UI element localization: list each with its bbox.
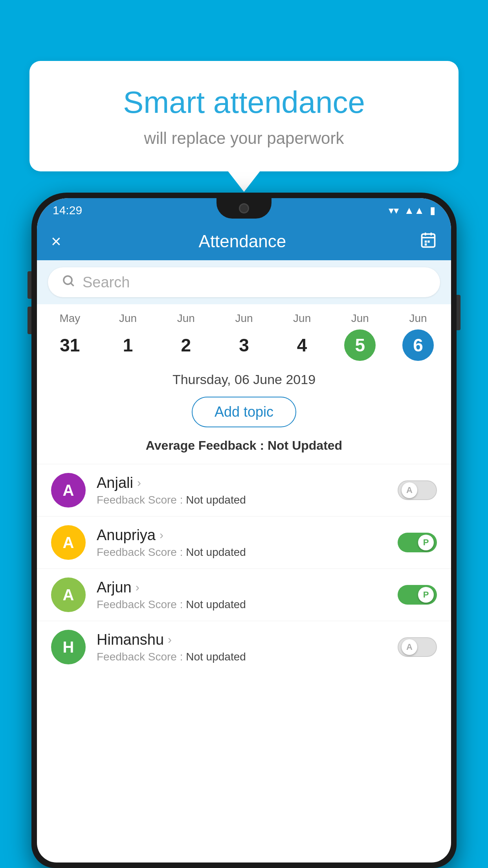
date-item-jun6[interactable]: Jun 6 xyxy=(399,312,437,361)
date-day-today: 5 xyxy=(344,329,376,361)
calendar-dates: May 31 Jun 1 Jun 2 Jun 3 Jun 4 xyxy=(41,312,447,361)
search-input[interactable]: Search xyxy=(83,274,130,291)
speech-subtitle: will replace your paperwork xyxy=(61,129,427,148)
speech-bubble-container: Smart attendance will replace your paper… xyxy=(29,61,459,171)
feedback-score: Feedback Score : Not updated xyxy=(97,546,387,559)
svg-rect-0 xyxy=(422,234,435,247)
svg-line-8 xyxy=(71,283,74,286)
avg-feedback-label: Average Feedback : xyxy=(146,438,264,452)
date-day: 3 xyxy=(228,329,260,361)
date-day: 31 xyxy=(54,329,86,361)
avatar: H xyxy=(51,630,86,664)
wifi-icon: ▾▾ xyxy=(389,204,399,217)
svg-rect-4 xyxy=(425,240,427,243)
student-info: Anjali › Feedback Score : Not updated xyxy=(97,474,387,506)
date-item-jun3[interactable]: Jun 3 xyxy=(225,312,263,361)
calendar-icon[interactable] xyxy=(420,231,437,252)
avatar: A xyxy=(51,473,86,508)
search-bar[interactable]: Search xyxy=(48,267,440,297)
svg-rect-5 xyxy=(427,240,430,243)
chevron-right-icon: › xyxy=(137,476,141,489)
chevron-right-icon: › xyxy=(136,581,139,594)
speech-bubble: Smart attendance will replace your paper… xyxy=(29,61,459,171)
student-info: Anupriya › Feedback Score : Not updated xyxy=(97,527,387,559)
avatar: A xyxy=(51,525,86,560)
chevron-right-icon: › xyxy=(160,528,163,542)
notch xyxy=(216,198,272,219)
student-name: Anjali › xyxy=(97,474,387,491)
date-item-jun5[interactable]: Jun 5 xyxy=(341,312,379,361)
student-list: A Anjali › Feedback Score : Not updated … xyxy=(37,464,451,673)
feedback-score: Feedback Score : Not updated xyxy=(97,494,387,506)
search-icon xyxy=(61,274,75,291)
status-icons: ▾▾ ▲▲ ▮ xyxy=(389,204,435,217)
selected-date: Thursday, 06 June 2019 xyxy=(51,372,437,387)
phone-screen: 14:29 ▾▾ ▲▲ ▮ × Attendance xyxy=(37,198,451,862)
student-name: Himanshu › xyxy=(97,631,387,648)
date-month: Jun xyxy=(351,312,369,325)
search-container: Search xyxy=(37,260,451,304)
attendance-toggle[interactable]: P xyxy=(398,533,437,552)
date-month: May xyxy=(59,312,80,325)
date-month: Jun xyxy=(293,312,311,325)
power-button xyxy=(457,295,460,330)
avg-feedback: Average Feedback : Not Updated xyxy=(51,438,437,453)
attendance-toggle[interactable]: A xyxy=(398,637,437,657)
volume-up-button xyxy=(28,271,31,299)
content-area: Thursday, 06 June 2019 Add topic Average… xyxy=(37,361,451,453)
date-day: 1 xyxy=(112,329,144,361)
attendance-toggle[interactable]: P xyxy=(398,585,437,605)
svg-point-7 xyxy=(64,276,72,284)
svg-rect-6 xyxy=(425,243,427,246)
avg-feedback-value: Not Updated xyxy=(268,438,342,452)
toggle-knob: P xyxy=(418,535,434,550)
app-bar-title: Attendance xyxy=(77,232,408,251)
date-month: Jun xyxy=(177,312,195,325)
volume-down-button xyxy=(28,307,31,334)
toggle-knob: A xyxy=(402,482,417,498)
battery-icon: ▮ xyxy=(430,204,435,217)
date-month: Jun xyxy=(235,312,253,325)
student-item[interactable]: H Himanshu › Feedback Score : Not update… xyxy=(37,621,451,673)
date-item-jun4[interactable]: Jun 4 xyxy=(283,312,321,361)
date-month: Jun xyxy=(409,312,427,325)
student-info: Himanshu › Feedback Score : Not updated xyxy=(97,631,387,663)
date-day: 4 xyxy=(286,329,318,361)
student-item[interactable]: A Arjun › Feedback Score : Not updated P xyxy=(37,568,451,621)
date-day: 2 xyxy=(170,329,202,361)
camera xyxy=(239,203,249,213)
date-day-selected: 6 xyxy=(402,329,434,361)
student-name: Anupriya › xyxy=(97,527,387,544)
student-name: Arjun › xyxy=(97,579,387,596)
feedback-score: Feedback Score : Not updated xyxy=(97,598,387,611)
close-button[interactable]: × xyxy=(51,233,61,250)
phone-frame: 14:29 ▾▾ ▲▲ ▮ × Attendance xyxy=(31,193,457,868)
toggle-knob: A xyxy=(402,639,417,655)
toggle-knob: P xyxy=(418,587,434,603)
date-item-may31[interactable]: May 31 xyxy=(51,312,89,361)
speech-title: Smart attendance xyxy=(61,85,427,120)
avatar: A xyxy=(51,577,86,612)
signal-icon: ▲▲ xyxy=(404,204,424,217)
date-item-jun1[interactable]: Jun 1 xyxy=(109,312,147,361)
status-time: 14:29 xyxy=(53,204,82,217)
add-topic-button[interactable]: Add topic xyxy=(192,397,296,427)
attendance-toggle[interactable]: A xyxy=(398,480,437,500)
date-month: Jun xyxy=(119,312,137,325)
chevron-right-icon: › xyxy=(168,633,172,646)
app-bar: × Attendance xyxy=(37,223,451,260)
student-item[interactable]: A Anupriya › Feedback Score : Not update… xyxy=(37,516,451,568)
calendar-strip: May 31 Jun 1 Jun 2 Jun 3 Jun 4 xyxy=(37,304,451,361)
student-item[interactable]: A Anjali › Feedback Score : Not updated … xyxy=(37,464,451,516)
date-item-jun2[interactable]: Jun 2 xyxy=(167,312,205,361)
feedback-score: Feedback Score : Not updated xyxy=(97,651,387,663)
student-info: Arjun › Feedback Score : Not updated xyxy=(97,579,387,611)
